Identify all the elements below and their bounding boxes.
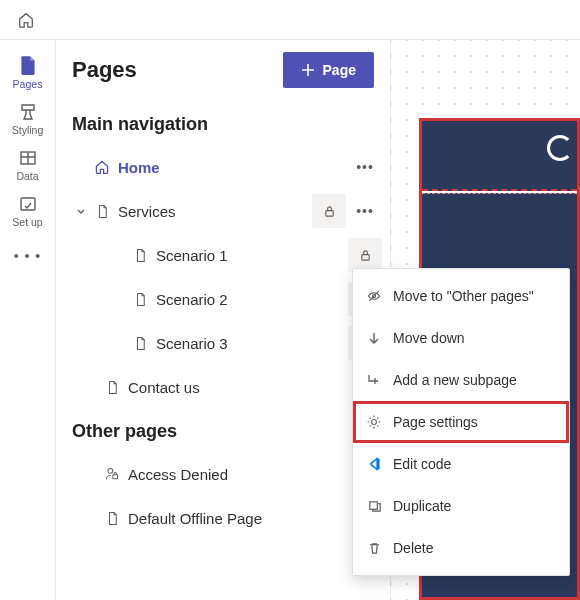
vscode-icon bbox=[365, 455, 383, 473]
menu-item-label: Duplicate bbox=[393, 498, 451, 514]
person-lock-icon bbox=[100, 466, 124, 482]
rail-item-setup[interactable]: Set up bbox=[0, 186, 56, 232]
section-main-navigation: Main navigation bbox=[56, 102, 390, 145]
svg-rect-2 bbox=[325, 210, 332, 216]
page-icon bbox=[128, 336, 152, 351]
tree-item-contact-us[interactable]: Contact us bbox=[56, 365, 390, 409]
page-icon bbox=[128, 248, 152, 263]
page-icon bbox=[100, 511, 124, 526]
svg-point-9 bbox=[372, 420, 377, 425]
page-icon bbox=[100, 380, 124, 395]
tree-item-lock-button[interactable] bbox=[348, 238, 382, 272]
more-icon: ••• bbox=[356, 203, 374, 219]
pages-panel: Pages Page Main navigation Home ••• bbox=[56, 40, 391, 600]
home-icon bbox=[17, 11, 35, 29]
menu-page-settings[interactable]: Page settings bbox=[353, 401, 569, 443]
tree-item-services[interactable]: Services ••• bbox=[56, 189, 390, 233]
chevron-down-icon bbox=[72, 205, 90, 217]
svg-point-6 bbox=[108, 468, 113, 473]
home-icon bbox=[90, 159, 114, 175]
page-icon bbox=[128, 292, 152, 307]
menu-item-label: Move to "Other pages" bbox=[393, 288, 534, 304]
setup-icon bbox=[18, 194, 38, 214]
tree-item-default-offline[interactable]: Default Offline Page bbox=[56, 496, 390, 540]
page-icon bbox=[17, 54, 39, 76]
section-other-pages: Other pages bbox=[56, 409, 390, 452]
svg-rect-3 bbox=[361, 254, 368, 260]
tree-item-more-button[interactable]: ••• bbox=[348, 150, 382, 184]
menu-item-label: Page settings bbox=[393, 414, 478, 430]
tree-item-scenario-3[interactable]: Scenario 3 bbox=[56, 321, 390, 365]
menu-delete[interactable]: Delete bbox=[353, 527, 569, 569]
tree-item-scenario-1[interactable]: Scenario 1 bbox=[56, 233, 390, 277]
tree-item-lock-button[interactable] bbox=[312, 194, 346, 228]
preview-header bbox=[422, 121, 577, 191]
rail-item-label: Styling bbox=[12, 124, 44, 136]
tree-item-label: Access Denied bbox=[124, 466, 390, 483]
eye-off-icon bbox=[365, 287, 383, 305]
more-icon: ••• bbox=[356, 159, 374, 175]
brush-icon bbox=[18, 102, 38, 122]
rail-item-pages[interactable]: Pages bbox=[0, 46, 56, 94]
menu-move-down[interactable]: Move down bbox=[353, 317, 569, 359]
menu-edit-code[interactable]: Edit code bbox=[353, 443, 569, 485]
tree-item-access-denied[interactable]: Access Denied bbox=[56, 452, 390, 496]
trash-icon bbox=[365, 539, 383, 557]
svg-rect-10 bbox=[369, 501, 377, 509]
svg-rect-1 bbox=[21, 198, 35, 210]
svg-rect-7 bbox=[113, 475, 118, 479]
arrow-down-icon bbox=[365, 329, 383, 347]
menu-add-subpage[interactable]: Add a new subpage bbox=[353, 359, 569, 401]
page-icon bbox=[90, 204, 114, 219]
tree-item-label: Home bbox=[114, 159, 348, 176]
new-page-button[interactable]: Page bbox=[283, 52, 374, 88]
rail-item-label: Data bbox=[16, 170, 38, 182]
rail-item-label: Pages bbox=[13, 78, 43, 90]
rail-item-label: Set up bbox=[12, 216, 42, 228]
tree-item-label: Scenario 2 bbox=[152, 291, 348, 308]
tree-item-label: Scenario 1 bbox=[152, 247, 348, 264]
tree-item-label: Services bbox=[114, 203, 312, 220]
loading-spinner-icon bbox=[547, 135, 573, 161]
page-context-menu: Move to "Other pages" Move down Add a ne… bbox=[352, 268, 570, 576]
lock-icon bbox=[323, 205, 336, 218]
rail-item-data[interactable]: Data bbox=[0, 140, 56, 186]
more-icon: • • • bbox=[14, 248, 41, 264]
lock-icon bbox=[359, 249, 372, 262]
tree-item-home[interactable]: Home ••• bbox=[56, 145, 390, 189]
tree-item-label: Default Offline Page bbox=[124, 510, 390, 527]
tree-item-label: Scenario 3 bbox=[152, 335, 348, 352]
menu-item-label: Add a new subpage bbox=[393, 372, 517, 388]
new-page-button-label: Page bbox=[323, 62, 356, 78]
menu-duplicate[interactable]: Duplicate bbox=[353, 485, 569, 527]
plus-icon bbox=[301, 63, 315, 77]
gear-icon bbox=[365, 413, 383, 431]
add-subpage-icon bbox=[365, 371, 383, 389]
menu-item-label: Edit code bbox=[393, 456, 451, 472]
menu-item-label: Move down bbox=[393, 330, 465, 346]
menu-item-label: Delete bbox=[393, 540, 433, 556]
duplicate-icon bbox=[365, 497, 383, 515]
rail-item-styling[interactable]: Styling bbox=[0, 94, 56, 140]
tree-item-scenario-2[interactable]: Scenario 2 bbox=[56, 277, 390, 321]
panel-title: Pages bbox=[72, 57, 137, 83]
app-home-button[interactable] bbox=[12, 6, 40, 34]
menu-move-to-other-pages[interactable]: Move to "Other pages" bbox=[353, 275, 569, 317]
table-icon bbox=[18, 148, 38, 168]
rail-more-button[interactable]: • • • bbox=[0, 238, 56, 274]
tree-item-more-button[interactable]: ••• bbox=[348, 194, 382, 228]
left-rail: Pages Styling Data Set up • • • bbox=[0, 40, 56, 600]
tree-item-label: Contact us bbox=[124, 379, 390, 396]
